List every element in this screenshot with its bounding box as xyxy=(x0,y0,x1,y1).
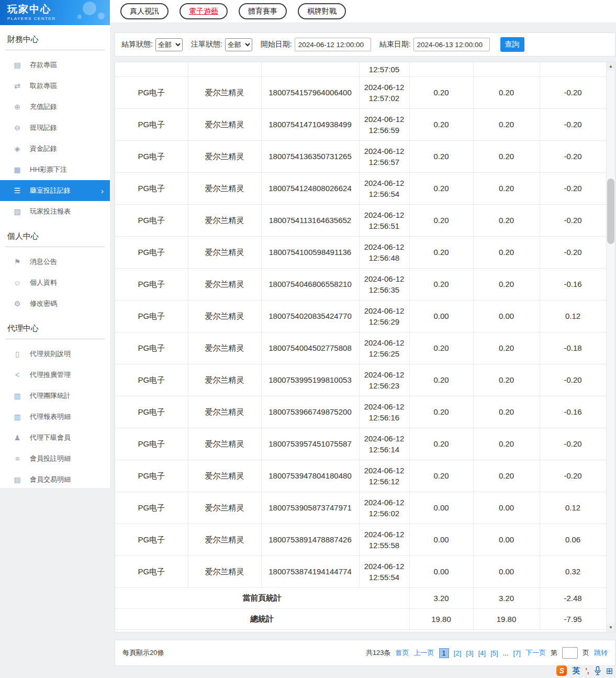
order-status-select[interactable]: 全部 xyxy=(225,38,252,51)
summary-valid-bet: 19.80 xyxy=(473,608,540,629)
page-link-5[interactable]: [5] xyxy=(490,649,498,657)
tab-live-casino[interactable]: 真人視訊 xyxy=(120,3,169,19)
cell-valid-bet: 0.00 xyxy=(473,524,540,555)
cell-valid-bet: 0.00 xyxy=(473,555,540,587)
table-row: PG电子爱尔兰精灵18007539574510755872024-06-1212… xyxy=(115,428,606,460)
sidebar-item-deposit[interactable]: ▤存款專區 xyxy=(0,54,110,75)
cell-profit: -0.20 xyxy=(540,364,606,396)
summary-label: 總統計 xyxy=(115,608,409,629)
cell-order-id: 1800753947804180480 xyxy=(261,460,359,492)
sidebar-item-room-bet-records[interactable]: ☰廳室投註記錄› xyxy=(0,180,110,201)
ime-punctuation-icon[interactable]: ', xyxy=(585,666,589,675)
player-bet-report-icon: ▧ xyxy=(13,207,22,216)
cell-profit: -0.20 xyxy=(540,172,606,204)
cell-empty xyxy=(188,62,261,76)
cell-bet-amount: 0.20 xyxy=(409,204,473,236)
filter-bar: 結算狀態: 全部 注單狀態: 全部 開始日期: 結束日期: 查詢 xyxy=(115,32,615,57)
cell-order-id: 1800754020835424770 xyxy=(261,300,359,332)
jump-suffix-label: 页 xyxy=(583,648,589,658)
pagination-controls: 共123条首页上一页1[2][3][4][5]...[7]下一页第页跳转 xyxy=(366,647,608,659)
bet-records-tbody: 12:57:05PG电子爱尔兰精灵18007541579640064002024… xyxy=(115,62,606,629)
lottery-bet-icon: ▦ xyxy=(13,165,22,174)
cell-empty xyxy=(540,62,606,76)
cell-profit: -0.20 xyxy=(540,76,606,108)
cell-bet-amount: 0.20 xyxy=(409,236,473,268)
cell-datetime: 2024-06-1212:56:29 xyxy=(359,300,409,332)
cell-platform: PG电子 xyxy=(115,236,188,268)
sidebar-item-withdrawal-records[interactable]: ⊖提現記錄 xyxy=(0,117,110,138)
deposit-card-icon: ▤ xyxy=(13,61,22,69)
scroll-up-arrow-icon[interactable]: ▲ xyxy=(607,62,615,71)
scrollbar-thumb[interactable] xyxy=(607,179,614,244)
sidebar-item-withdraw[interactable]: ⇄取款專區 xyxy=(0,75,110,96)
cell-order-id: 1800753905873747971 xyxy=(261,492,359,524)
sidebar-item-agent-sub-members[interactable]: ♟代理下級會員 xyxy=(0,427,110,448)
cell-order-id: 1800754100598491136 xyxy=(261,236,359,268)
sidebar-section-header: 個人中心 xyxy=(5,229,105,247)
sidebar-item-label: 會員交易明細 xyxy=(30,475,71,484)
page-link-2[interactable]: [2] xyxy=(454,649,461,657)
sidebar-item-recharge-records[interactable]: ⊕充值記錄 xyxy=(0,96,110,117)
end-date-input[interactable] xyxy=(413,38,490,51)
sidebar-item-hh-lottery-bets[interactable]: ▦HH彩票下注 xyxy=(0,159,110,180)
cell-datetime: 2024-06-1212:56:48 xyxy=(359,236,409,268)
sidebar-item-member-transaction-detail[interactable]: ▤會員交易明細 xyxy=(0,469,110,490)
table-row: PG电子爱尔兰精灵18007540468065582102024-06-1212… xyxy=(115,268,606,300)
sidebar-item-announcements[interactable]: ⚑消息公告 xyxy=(0,251,110,272)
sidebar-item-label: 玩家投注報表 xyxy=(30,207,71,216)
page-link-3[interactable]: [3] xyxy=(466,649,473,657)
page-jump-input[interactable] xyxy=(562,647,578,659)
ime-language-toggle[interactable]: 英 xyxy=(572,666,580,676)
cell-profit: 0.06 xyxy=(540,524,606,555)
sidebar-item-member-bet-detail[interactable]: ≡會員投註明細 xyxy=(0,448,110,469)
ime-keyboard-icon[interactable]: ⊞ xyxy=(606,666,613,676)
sogou-logo-icon[interactable]: S xyxy=(556,665,567,676)
table-row: PG电子爱尔兰精灵18007539478041804802024-06-1212… xyxy=(115,460,606,492)
table-row: PG电子爱尔兰精灵18007539058737479712024-06-1212… xyxy=(115,492,606,524)
table-scrollbar[interactable]: ▲ ▼ xyxy=(606,62,615,632)
cell-empty xyxy=(473,62,540,76)
sidebar-item-label: 代理團隊統計 xyxy=(30,391,71,401)
jump-button[interactable]: 跳转 xyxy=(594,648,608,658)
page-link-first[interactable]: 首页 xyxy=(396,648,409,658)
cell-empty xyxy=(261,62,359,76)
sidebar-item-agent-promotion[interactable]: <代理推廣管理 xyxy=(0,364,110,385)
sidebar-item-label: 提現記錄 xyxy=(30,123,57,132)
sidebar-item-agent-team-stats[interactable]: ▥代理團隊統計 xyxy=(0,385,110,406)
page-link-next[interactable]: 下一页 xyxy=(525,648,546,658)
cell-valid-bet: 0.20 xyxy=(473,236,540,268)
cell-profit: -0.20 xyxy=(540,140,606,172)
sidebar-item-player-bet-report[interactable]: ▧玩家投注報表 xyxy=(0,201,110,222)
page-link-prev[interactable]: 上一页 xyxy=(414,648,434,658)
bar-chart-icon: ▥ xyxy=(13,392,22,400)
start-date-input[interactable] xyxy=(295,38,371,51)
scroll-down-arrow-icon[interactable]: ▼ xyxy=(607,624,615,632)
summary-bet-amount: 19.80 xyxy=(409,608,473,629)
sidebar-item-agent-rules[interactable]: ▯代理規則說明 xyxy=(0,343,110,364)
bet-records-table: 12:57:05PG电子爱尔兰精灵18007541579640064002024… xyxy=(115,62,606,630)
cell-valid-bet: 0.00 xyxy=(473,300,540,332)
table-row: PG电子爱尔兰精灵18007541579640064002024-06-1212… xyxy=(115,76,606,108)
cell-order-id: 1800754113164635652 xyxy=(261,204,359,236)
cell-datetime: 2024-06-1212:56:35 xyxy=(359,268,409,300)
page-link-7[interactable]: [7] xyxy=(513,649,521,657)
cell-valid-bet: 0.00 xyxy=(473,492,540,524)
user-icon: ☺ xyxy=(13,279,22,287)
sidebar-item-change-password[interactable]: ⚙修改密碼 xyxy=(0,293,110,314)
tab-board-games[interactable]: 棋牌對戰 xyxy=(298,3,346,19)
cell-datetime: 2024-06-1212:57:02 xyxy=(359,76,409,108)
cell-datetime: 2024-06-1212:56:23 xyxy=(359,364,409,396)
sidebar-item-agent-report-detail[interactable]: ▥代理報表明細 xyxy=(0,406,110,427)
sidebar-item-profile[interactable]: ☺個人資料 xyxy=(0,272,110,293)
tab-electronic-games[interactable]: 電子遊藝 xyxy=(180,3,228,19)
sidebar-item-funds-records[interactable]: ◈資金記錄 xyxy=(0,138,110,159)
tab-sports[interactable]: 體育賽事 xyxy=(239,3,287,19)
cell-datetime: 2024-06-1212:56:16 xyxy=(359,396,409,428)
page-link-4[interactable]: [4] xyxy=(478,649,486,657)
page-current[interactable]: 1 xyxy=(439,648,449,658)
users-icon: ♟ xyxy=(13,434,22,442)
search-button[interactable]: 查詢 xyxy=(500,37,524,52)
settle-status-select[interactable]: 全部 xyxy=(155,38,183,51)
microphone-icon[interactable] xyxy=(595,666,601,675)
cell-bet-amount: 0.00 xyxy=(409,524,473,555)
